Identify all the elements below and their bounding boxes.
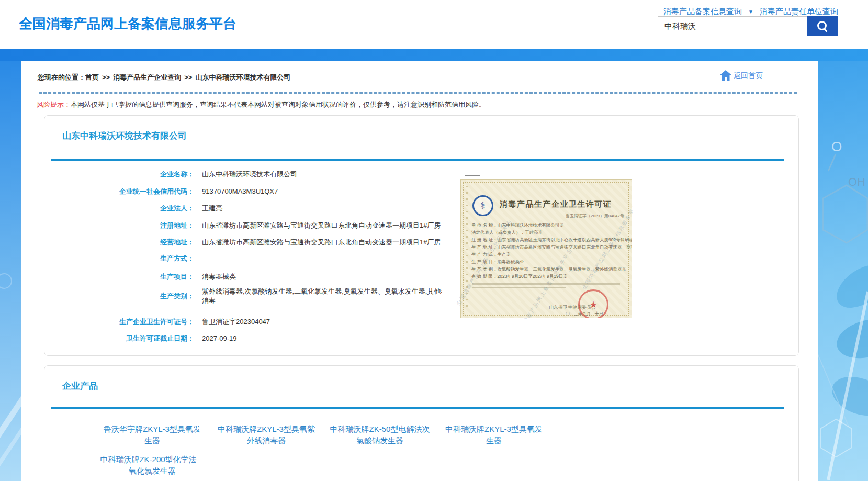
nav-link-record-info-query[interactable]: 消毒产品备案信息查询 [663,7,742,17]
cert-line: 生 产 方 式：生产※ [471,251,632,258]
card-title-underline [51,407,784,409]
field-value: 消毒器械类 [202,272,236,282]
breadcrumb-separator: >> [184,73,192,81]
field-row: 企业名称： 山东中科瑞沃环境技术有限公司 [44,170,297,179]
breadcrumb-separator: >> [102,73,110,81]
field-row: 生产企业卫生许可证号： 鲁卫消证字202304047 [44,317,270,327]
field-label: 生产方式： [44,254,194,263]
field-value: 鲁卫消证字202304047 [202,317,270,327]
field-row: 生产类别： 紫外线消毒器,次氯酸钠发生器,二氧化氯发生器,臭氧发生器、臭氧水发生… [44,287,458,306]
product-link[interactable]: 鲁沃华宇牌ZKYL-3型臭氧发生器 [100,423,205,446]
risk-notice-label: 风险提示： [37,100,71,108]
risk-notice: 风险提示：本网站仅基于已掌握的信息提供查询服务，查询结果不代表本网站对被查询对象… [37,100,486,109]
scan-artifact-dash [465,175,480,176]
field-value: 山东省潍坊市高新区潍安路与宝通街交叉路口东北角自动变速器一期项目1#厂房 [202,238,441,247]
certificate-fineprint [472,283,620,285]
company-info-card: 山东中科瑞沃环境技术有限公司 企业名称： 山东中科瑞沃环境技术有限公司 企业统一… [44,115,799,356]
field-row: 企业法人： 王建亮 [44,204,222,213]
certificate-title: 消毒产品生产企业卫生许可证 [500,199,612,209]
company-card-title: 山东中科瑞沃环境技术有限公司 [62,130,187,142]
field-label: 经营地址： [44,238,194,247]
background-art-left [0,61,21,481]
field-label: 企业统一社会信用代码： [44,187,194,196]
cert-line: 单 位 名 称：山东中科瑞沃环境技术有限公司※ [471,221,632,229]
field-value: 91370700MA3M3U1QX7 [202,187,278,196]
field-value: 山东中科瑞沃环境技术有限公司 [202,170,297,179]
product-link[interactable]: 中科瑞沃牌ZKYL-3型臭氧发生器 [442,423,546,446]
field-value: 2027-09-19 [202,334,237,343]
svg-text:OH: OH [848,175,865,188]
field-label: 卫生许可证截止日期： [44,334,194,343]
license-certificate-image: ⚕ 消毒产品生产企业卫生许可证 鲁卫消证字（2023）第04047号 单 位 名… [442,164,633,319]
official-seal-icon: ★ [578,289,608,318]
nav-link-responsible-unit-query[interactable]: 消毒产品责任单位查询 [760,7,838,17]
search-button[interactable] [807,16,838,36]
certificate-lines: 单 位 名 称：山东中科瑞沃环境技术有限公司※ 法定代表人（或负责人）：王建亮※… [471,221,632,280]
field-label: 生产类别： [44,292,194,301]
field-value: 山东省潍坊市高新区潍安路与宝通街交叉路口东北角自动变速器一期项目1#厂房 [202,221,441,230]
top-banner-band [0,49,868,61]
product-link[interactable]: 中科瑞沃牌ZK-50型电解法次氯酸钠发生器 [328,423,432,446]
molecule-flower-art: O OH [818,61,868,481]
field-row: 生产项目： 消毒器械类 [44,272,236,282]
breadcrumb-home[interactable]: 首页 [85,73,99,81]
product-link[interactable]: 中科瑞沃牌ZKYL-3型臭氧紫外线消毒器 [214,423,319,446]
field-label: 注册地址： [44,221,194,230]
cert-line: 生 产 项 目：消毒器械类※ [471,258,632,265]
company-products-card: 企业产品 鲁沃华宇牌ZKYL-3型臭氧发生器 中科瑞沃牌ZKYL-3型臭氧紫外线… [44,365,799,481]
breadcrumb-section[interactable]: 消毒产品生产企业查询 [113,73,181,81]
dashed-divider [39,92,797,94]
risk-notice-text: 本网站仅基于已掌握的信息提供查询服务，查询结果不代表本网站对被查询对象信用状况的… [71,100,486,108]
product-link[interactable]: 中科瑞沃牌ZK-200型化学法二氧化氯发生器 [100,454,205,477]
breadcrumb: 您现在的位置：首页>>消毒产品生产企业查询>>山东中科瑞沃环境技术有限公司 [38,73,290,82]
breadcrumb-current: 山东中科瑞沃环境技术有限公司 [195,73,290,81]
certificate: ⚕ 消毒产品生产企业卫生许可证 鲁卫消证字（2023）第04047号 单 位 名… [460,179,632,318]
field-value: 紫外线消毒器,次氯酸钠发生器,二氧化氯发生器,臭氧发生器、臭氧水发生器,其他器械… [202,287,458,306]
page-root: 全国消毒产品网上备案信息服务平台 消毒产品备案信息查询 ▼ 消毒产品责任单位查询… [0,0,868,481]
site-title: 全国消毒产品网上备案信息服务平台 [19,15,236,33]
back-home-link[interactable]: 返回首页 [719,70,763,81]
card-title-underline [51,159,784,161]
back-home-label: 返回首页 [734,71,763,81]
home-icon [719,70,732,81]
cert-line: 生 产 地 址：山东省潍坊市高新区潍安路与宝通街交叉路口东北角自动变速器一期项目… [471,243,632,251]
certificate-license-no: 鲁卫消证字（2023）第04047号 [566,213,624,219]
field-label: 企业法人： [44,204,194,213]
cert-line: 有 效 期 限：2023年9月20日至2027年9月19日※ [471,273,632,280]
search-box [658,16,807,36]
background-art-right: O OH [818,61,868,481]
chevron-down-icon[interactable]: ▼ [748,9,753,15]
field-value: 王建亮 [202,204,222,213]
field-label: 企业名称： [44,170,194,179]
field-row: 经营地址： 山东省潍坊市高新区潍安路与宝通街交叉路口东北角自动变速器一期项目1#… [44,238,441,247]
field-row: 卫生许可证截止日期： 2027-09-19 [44,334,237,343]
field-row: 生产方式： [44,254,202,263]
background-shapes-left [0,61,21,481]
field-label: 生产项目： [44,272,194,282]
field-label: 生产企业卫生许可证号： [44,317,194,327]
cert-line: 法定代表人（或负责人）：王建亮※ [471,229,632,236]
products-card-title: 企业产品 [62,380,98,392]
search-input[interactable] [658,17,807,36]
field-row: 企业统一社会信用代码： 91370700MA3M3U1QX7 [44,187,278,196]
cert-emblem-icon: ⚕ [472,195,493,216]
certificate-fineprint [472,287,566,288]
cert-line: 注 册 地 址：山东省潍坊高新区玉清东街以北中心次干道以西高新大厦902号科研楼… [471,236,632,243]
svg-text:O: O [831,139,842,154]
field-row: 注册地址： 山东省潍坊市高新区潍安路与宝通街交叉路口东北角自动变速器一期项目1#… [44,221,441,230]
breadcrumb-prefix: 您现在的位置： [38,73,85,81]
certificate-punch-holes [466,186,468,311]
search-icon [817,20,828,32]
top-nav: 消毒产品备案信息查询 ▼ 消毒产品责任单位查询 [663,7,838,17]
cert-line: 生 产 类 别：次氯酸钠发生器、二氧化氯发生器、臭氧发生器、紫外线消毒器※ [471,265,632,273]
